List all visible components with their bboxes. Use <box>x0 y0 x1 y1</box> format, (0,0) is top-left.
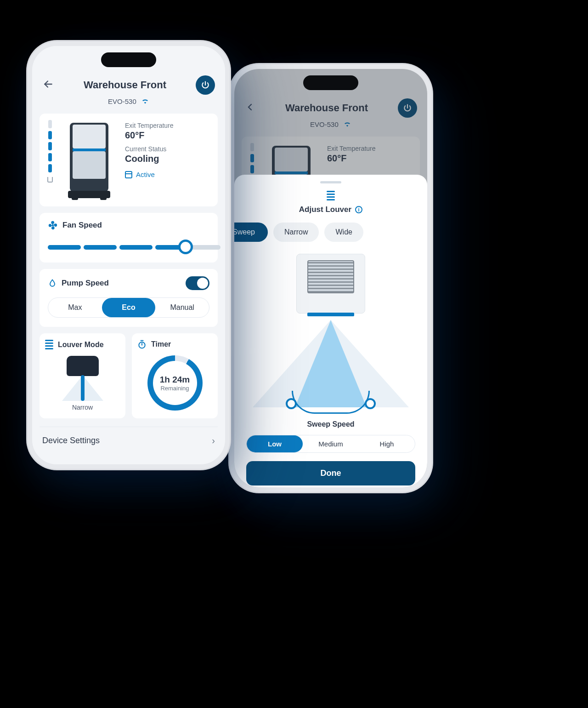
sweep-speed-medium[interactable]: Medium <box>303 435 359 452</box>
pump-toggle[interactable] <box>186 276 209 290</box>
louver-mode-narrow[interactable]: Narrow <box>273 223 319 242</box>
phone-back: Warehouse Front EVO-530 <box>230 64 432 492</box>
sweep-speed-low[interactable]: Low <box>247 435 303 452</box>
louver-icon <box>243 191 418 200</box>
active-label: Active <box>136 171 155 178</box>
device-model-row: EVO-530 <box>42 97 215 105</box>
louver-beam <box>62 375 103 401</box>
timer-value: 1h 24m <box>160 375 190 385</box>
back-button[interactable] <box>42 78 54 92</box>
svg-point-0 <box>52 224 54 226</box>
pump-speed-card: Pump Speed Max Eco Manual <box>40 269 218 327</box>
current-status-label: Current Status <box>125 145 210 153</box>
pump-mode-manual[interactable]: Manual <box>155 298 209 317</box>
louver-mode-label: Louver Mode <box>58 341 104 349</box>
water-level-indicator <box>47 120 53 198</box>
fan-speed-label: Fan Speed <box>62 221 102 230</box>
unit-illustration <box>287 254 374 323</box>
power-button[interactable] <box>196 75 215 95</box>
water-cup-icon <box>47 177 53 183</box>
wifi-icon <box>141 97 149 105</box>
sweep-speed-options: Low Medium High <box>246 435 415 453</box>
sweep-speed-high[interactable]: High <box>359 435 415 452</box>
done-button[interactable]: Done <box>246 461 415 485</box>
pump-mode-options: Max Eco Manual <box>48 297 209 318</box>
sweep-visualizer[interactable] <box>243 320 418 417</box>
timer-sub: Remaining <box>160 385 189 392</box>
status-card: Exit Temperature 60°F Current Status Coo… <box>40 114 218 206</box>
louver-mode-card[interactable]: Louver Mode Narrow <box>40 333 125 418</box>
louver-icon <box>45 340 53 349</box>
fan-speed-slider[interactable] <box>48 240 209 253</box>
current-status-value: Cooling <box>125 154 210 164</box>
pump-mode-max[interactable]: Max <box>48 298 102 317</box>
device-model: EVO-530 <box>108 97 136 105</box>
droplet-icon <box>48 278 57 288</box>
sheet-title: Adjust Louver <box>299 205 351 214</box>
louver-sheet: Adjust Louver i Sweep Narrow Wide <box>234 175 427 487</box>
timer-label: Timer <box>151 340 171 348</box>
slider-thumb[interactable] <box>178 240 193 254</box>
sweep-handle-left[interactable] <box>286 398 297 409</box>
fan-speed-card: Fan Speed <box>40 213 218 263</box>
louver-mode-value: Narrow <box>72 404 93 411</box>
device-image <box>62 120 117 198</box>
notch <box>303 75 358 90</box>
phone-front: Warehouse Front EVO-530 <box>28 41 230 469</box>
timer-card[interactable]: Timer 1h 24m Remaining <box>132 333 218 418</box>
louver-mode-sweep[interactable]: Sweep <box>234 223 268 242</box>
louver-device-img <box>67 356 99 376</box>
pump-mode-eco[interactable]: Eco <box>102 298 156 317</box>
device-settings-row[interactable]: Device Settings › <box>40 427 218 454</box>
louver-mode-tabs: Sweep Narrow Wide <box>234 223 418 242</box>
fan-icon <box>48 220 58 230</box>
schedule-active[interactable]: Active <box>125 171 210 178</box>
timer-ring: 1h 24m Remaining <box>147 355 203 411</box>
chevron-right-icon: › <box>212 435 215 446</box>
pump-speed-label: Pump Speed <box>62 279 109 288</box>
stopwatch-icon <box>137 340 147 349</box>
exit-temp-label: Exit Temperature <box>125 122 210 129</box>
louver-mode-wide[interactable]: Wide <box>324 223 363 242</box>
notch <box>101 52 156 67</box>
sheet-grabber[interactable] <box>320 181 341 183</box>
sweep-speed-label: Sweep Speed <box>243 420 418 428</box>
page-title: Warehouse Front <box>54 79 196 91</box>
device-settings-label: Device Settings <box>42 436 100 445</box>
info-icon[interactable]: i <box>355 206 362 213</box>
sweep-handle-right[interactable] <box>365 398 376 409</box>
exit-temp-value: 60°F <box>125 130 210 141</box>
calendar-icon <box>125 171 132 178</box>
